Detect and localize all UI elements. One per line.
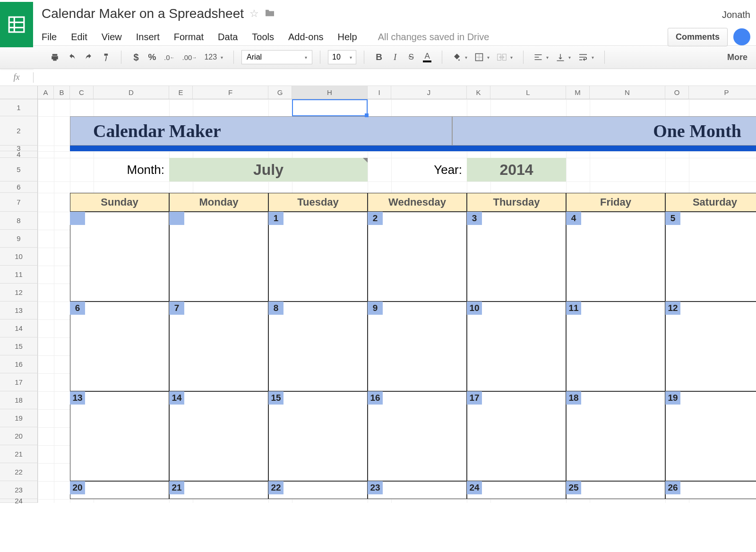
move-folder-icon[interactable] xyxy=(265,9,275,19)
paint-format-icon[interactable] xyxy=(98,50,113,65)
dec-increase-icon[interactable]: .00→ xyxy=(180,50,200,65)
menu-addons[interactable]: Add-ons xyxy=(288,32,324,43)
row-header-22[interactable]: 22 xyxy=(0,463,38,481)
calendar-cell-w1-d3[interactable] xyxy=(368,302,467,391)
col-header-G[interactable]: G xyxy=(268,86,292,99)
calendar-cell-w2-d1[interactable] xyxy=(169,391,268,481)
col-header-A[interactable]: A xyxy=(38,86,54,99)
share-button[interactable] xyxy=(733,28,750,45)
row-header-9[interactable]: 9 xyxy=(0,230,38,248)
calendar-cell-w2-d0[interactable] xyxy=(70,391,169,481)
day-header-tuesday[interactable]: Tuesday xyxy=(268,193,368,212)
italic-button[interactable]: I xyxy=(388,50,402,65)
calendar-cell-w1-d6[interactable] xyxy=(665,302,756,391)
menu-edit[interactable]: Edit xyxy=(71,32,87,43)
calendar-blue-bar[interactable] xyxy=(70,146,756,151)
day-header-wednesday[interactable]: Wednesday xyxy=(368,193,467,212)
menu-help[interactable]: Help xyxy=(338,32,357,43)
row-header-10[interactable]: 10 xyxy=(0,248,38,266)
col-header-D[interactable]: D xyxy=(94,86,169,99)
text-color-button[interactable]: A xyxy=(420,50,434,65)
calendar-cell-w0-d4[interactable] xyxy=(467,212,566,302)
row-header-16[interactable]: 16 xyxy=(0,355,38,373)
menu-insert[interactable]: Insert xyxy=(136,32,160,43)
row-header-15[interactable]: 15 xyxy=(0,337,38,355)
percent-icon[interactable]: % xyxy=(145,50,159,65)
col-header-B[interactable]: B xyxy=(54,86,70,99)
calendar-cell-w0-d5[interactable] xyxy=(566,212,665,302)
format-123-button[interactable]: 123 xyxy=(201,50,226,65)
doc-title[interactable]: Calendar Maker on a Spreadsheet xyxy=(42,6,244,21)
row-header-13[interactable]: 13 xyxy=(0,302,38,319)
row-headers[interactable]: 123456789101112131415161718192021222324 xyxy=(0,99,38,503)
col-header-O[interactable]: O xyxy=(665,86,689,99)
month-select[interactable]: July xyxy=(169,158,368,181)
calendar-cell-w0-d0[interactable] xyxy=(70,212,169,302)
calendar-cell-w2-d4[interactable] xyxy=(467,391,566,481)
col-header-K[interactable]: K xyxy=(467,86,490,99)
calendar-cell-w2-d3[interactable] xyxy=(368,391,467,481)
menu-tools[interactable]: Tools xyxy=(252,32,274,43)
col-header-F[interactable]: F xyxy=(193,86,268,99)
calendar-cell-w1-d2[interactable] xyxy=(268,302,368,391)
cells-area[interactable]: Calendar MakerOne MonthMonth:JulyYear:20… xyxy=(38,99,756,503)
selected-cell[interactable] xyxy=(292,99,368,116)
menu-data[interactable]: Data xyxy=(218,32,238,43)
row-header-5[interactable]: 5 xyxy=(0,158,38,181)
row-header-7[interactable]: 7 xyxy=(0,193,38,212)
col-header-H[interactable]: H xyxy=(292,86,368,99)
account-name[interactable]: Jonath xyxy=(722,7,750,20)
col-header-E[interactable]: E xyxy=(169,86,193,99)
menu-file[interactable]: File xyxy=(42,32,57,43)
calendar-cell-w2-d2[interactable] xyxy=(268,391,368,481)
formula-input[interactable] xyxy=(34,69,756,86)
row-header-8[interactable]: 8 xyxy=(0,212,38,230)
col-header-L[interactable]: L xyxy=(490,86,566,99)
borders-button[interactable] xyxy=(472,50,492,65)
year-input[interactable]: 2014 xyxy=(467,158,566,181)
halign-button[interactable] xyxy=(531,50,551,65)
day-header-saturday[interactable]: Saturday xyxy=(665,193,756,212)
redo-icon[interactable] xyxy=(81,50,96,65)
select-all-corner[interactable] xyxy=(0,86,38,99)
calendar-title-left[interactable]: Calendar Maker xyxy=(70,116,452,146)
font-size-select[interactable]: 10▾ xyxy=(328,50,356,64)
sheets-logo[interactable] xyxy=(0,2,33,47)
row-header-6[interactable]: 6 xyxy=(0,181,38,193)
menu-view[interactable]: View xyxy=(102,32,122,43)
col-header-C[interactable]: C xyxy=(70,86,94,99)
col-header-I[interactable]: I xyxy=(368,86,391,99)
row-header-20[interactable]: 20 xyxy=(0,427,38,445)
col-header-P[interactable]: P xyxy=(689,86,756,99)
row-header-11[interactable]: 11 xyxy=(0,266,38,284)
column-headers[interactable]: ABCDEFGHIJKLMNOPQ xyxy=(0,86,756,99)
calendar-cell-w0-d1[interactable] xyxy=(169,212,268,302)
day-header-sunday[interactable]: Sunday xyxy=(70,193,169,212)
calendar-cell-w0-d6[interactable] xyxy=(665,212,756,302)
bold-button[interactable]: B xyxy=(372,50,386,65)
row-header-17[interactable]: 17 xyxy=(0,373,38,391)
day-header-thursday[interactable]: Thursday xyxy=(467,193,566,212)
row-header-24[interactable]: 24 xyxy=(0,499,38,503)
col-header-N[interactable]: N xyxy=(590,86,665,99)
menu-format[interactable]: Format xyxy=(174,32,204,43)
dec-decrease-icon[interactable]: .0← xyxy=(161,50,178,65)
calendar-cell-w1-d4[interactable] xyxy=(467,302,566,391)
calendar-cell-w0-d3[interactable] xyxy=(368,212,467,302)
wrap-button[interactable] xyxy=(576,50,597,65)
calendar-cell-w1-d5[interactable] xyxy=(566,302,665,391)
day-header-friday[interactable]: Friday xyxy=(566,193,665,212)
calendar-cell-w1-d0[interactable] xyxy=(70,302,169,391)
row-header-1[interactable]: 1 xyxy=(0,99,38,116)
row-header-2[interactable]: 2 xyxy=(0,116,38,146)
star-icon[interactable]: ☆ xyxy=(249,8,259,20)
valign-button[interactable] xyxy=(553,50,574,65)
toolbar-more[interactable]: More xyxy=(727,52,749,62)
row-header-19[interactable]: 19 xyxy=(0,409,38,427)
col-header-J[interactable]: J xyxy=(391,86,467,99)
calendar-cell-w1-d1[interactable] xyxy=(169,302,268,391)
calendar-cell-w0-d2[interactable] xyxy=(268,212,368,302)
calendar-title-right[interactable]: One Month xyxy=(452,116,756,146)
calendar-cell-w2-d6[interactable] xyxy=(665,391,756,481)
currency-icon[interactable]: $ xyxy=(129,50,143,65)
